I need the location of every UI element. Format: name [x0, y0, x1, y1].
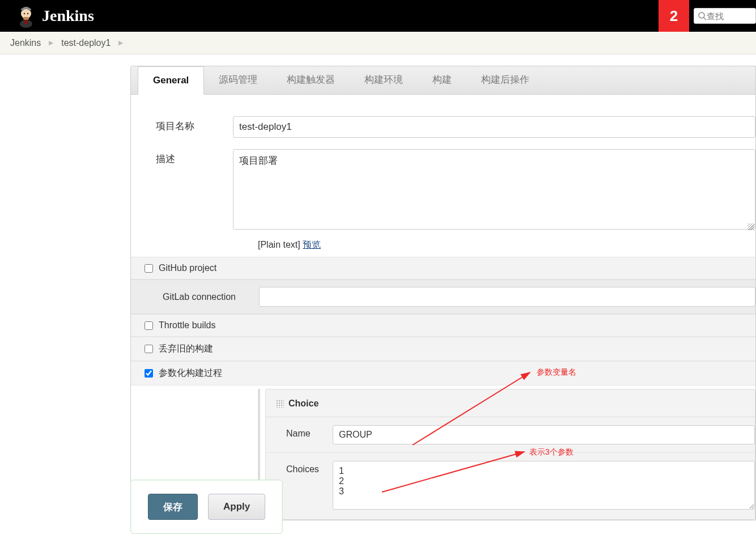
- choice-param-box: Choice Name Choices: [265, 389, 755, 520]
- form-body: 项目名称 描述 [Plain text] 预览 GitHub project G…: [131, 95, 755, 520]
- annotation-three-params: 表示3个参数: [529, 447, 574, 457]
- github-project-label: GitHub project: [159, 263, 216, 273]
- discard-old-row: 丢弃旧的构建: [131, 337, 755, 361]
- top-header: Jenkins 2: [0, 0, 756, 32]
- parameterized-row: 参数化构建过程: [131, 361, 755, 385]
- choice-title: Choice: [288, 399, 318, 409]
- gitlab-connection-row: GitLab connection: [131, 279, 755, 314]
- svg-point-3: [27, 13, 28, 14]
- description-textarea[interactable]: [233, 149, 755, 230]
- breadcrumb-item[interactable]: test-deploy1: [61, 38, 111, 48]
- search-icon: [698, 11, 707, 20]
- tab-triggers[interactable]: 构建触发器: [272, 65, 350, 94]
- parameter-wrap: Choice Name Choices: [258, 389, 755, 520]
- description-hint: [Plain text] 预览: [131, 239, 755, 251]
- throttle-builds-label: Throttle builds: [159, 320, 216, 330]
- gitlab-connection-input[interactable]: [259, 287, 755, 307]
- choice-name-row: Name: [266, 417, 755, 453]
- breadcrumb-sep-icon: ▶: [118, 39, 123, 46]
- svg-point-6: [699, 12, 704, 18]
- drag-grip-icon[interactable]: [276, 400, 284, 408]
- breadcrumb: Jenkins ▶ test-deploy1 ▶: [0, 32, 756, 54]
- description-label: 描述: [131, 149, 233, 166]
- tab-scm[interactable]: 源码管理: [204, 65, 272, 94]
- discard-old-label: 丢弃旧的构建: [159, 343, 213, 355]
- choice-choices-textarea[interactable]: [333, 461, 755, 510]
- save-button[interactable]: 保存: [148, 494, 198, 520]
- save-bar: 保存 Apply: [130, 480, 283, 534]
- choice-name-label: Name: [266, 425, 333, 439]
- choice-name-input[interactable]: [333, 425, 755, 444]
- choice-choices-label: Choices: [266, 461, 333, 474]
- parameterized-checkbox[interactable]: [145, 369, 153, 378]
- tab-bar: General 源码管理 构建触发器 构建环境 构建 构建后操作: [131, 66, 755, 95]
- search-input[interactable]: [707, 11, 746, 21]
- search-box[interactable]: [694, 8, 756, 24]
- project-name-input[interactable]: [233, 116, 755, 138]
- project-name-label: 项目名称: [131, 116, 233, 133]
- svg-rect-5: [25, 20, 27, 24]
- notification-badge[interactable]: 2: [659, 0, 689, 32]
- choice-choices-row: Choices: [266, 453, 755, 519]
- discard-old-checkbox[interactable]: [145, 345, 153, 353]
- tab-build[interactable]: 构建: [418, 65, 466, 94]
- preview-link[interactable]: 预览: [303, 240, 321, 249]
- description-row: 描述: [131, 143, 755, 237]
- svg-rect-4: [23, 17, 29, 20]
- logo-text: Jenkins: [42, 7, 94, 25]
- choice-param-header: Choice: [266, 399, 755, 417]
- throttle-builds-checkbox[interactable]: [145, 321, 153, 330]
- parameterized-label: 参数化构建过程: [159, 367, 222, 379]
- gitlab-connection-label: GitLab connection: [163, 292, 248, 302]
- config-panel: General 源码管理 构建触发器 构建环境 构建 构建后操作 项目名称 描述…: [130, 66, 756, 520]
- svg-line-7: [704, 18, 706, 20]
- plaintext-label: [Plain text]: [258, 240, 300, 249]
- tab-general[interactable]: General: [138, 66, 204, 95]
- annotation-param-name: 参数变量名: [537, 367, 576, 378]
- tab-env[interactable]: 构建环境: [350, 65, 418, 94]
- tab-postbuild[interactable]: 构建后操作: [466, 65, 544, 94]
- jenkins-icon: [14, 3, 39, 28]
- apply-button[interactable]: Apply: [208, 494, 265, 520]
- throttle-builds-row: Throttle builds: [131, 314, 755, 337]
- svg-point-2: [24, 13, 25, 14]
- project-name-row: 项目名称: [131, 111, 755, 143]
- breadcrumb-sep-icon: ▶: [49, 39, 53, 46]
- github-project-row: GitHub project: [131, 257, 755, 279]
- breadcrumb-item[interactable]: Jenkins: [10, 38, 41, 48]
- logo[interactable]: Jenkins: [14, 3, 94, 28]
- github-project-checkbox[interactable]: [145, 264, 153, 273]
